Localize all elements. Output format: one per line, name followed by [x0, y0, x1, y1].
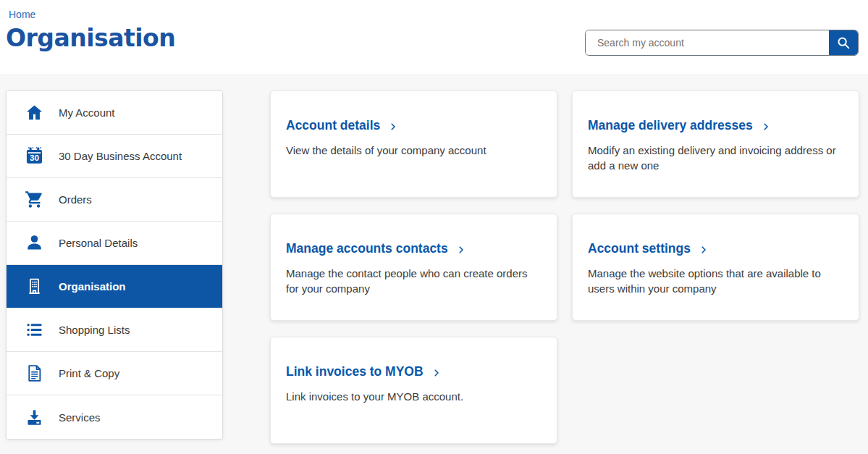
card-title: Manage delivery addresses [588, 118, 753, 133]
card-account-settings: Account settings Manage the website opti… [572, 214, 859, 321]
breadcrumb-home-link[interactable]: Home [9, 9, 35, 20]
sidebar: My Account 30 Day Business Account Order… [6, 91, 223, 440]
sidebar-item-label: Services [59, 411, 101, 424]
card-description: Manage the website options that are avai… [588, 266, 843, 297]
sidebar-item-label: Personal Details [59, 237, 138, 249]
home-icon [25, 103, 44, 122]
search-button[interactable] [829, 30, 858, 55]
card-title-link[interactable]: Manage accounts contacts [286, 241, 466, 256]
content-area: My Account 30 Day Business Account Order… [0, 75, 868, 444]
person-icon [25, 233, 44, 253]
card-title-link[interactable]: Account details [286, 118, 398, 133]
sidebar-item-30-day-business-account[interactable]: 30 Day Business Account [7, 135, 222, 178]
search-input[interactable] [586, 30, 829, 55]
card-title: Account details [286, 118, 380, 133]
chevron-right-icon [699, 245, 709, 255]
card-title-link[interactable]: Manage delivery addresses [588, 118, 771, 133]
download-tray-icon [25, 408, 44, 427]
sidebar-item-label: Shopping Lists [59, 324, 130, 336]
chevron-right-icon [456, 245, 466, 255]
sidebar-item-services[interactable]: Services [7, 395, 222, 439]
cards-grid: Account details View the details of your… [270, 91, 859, 444]
sidebar-item-my-account[interactable]: My Account [7, 91, 222, 135]
card-description: Modify an existing delivery and invoicin… [588, 143, 843, 174]
sidebar-item-label: Organisation [59, 280, 126, 293]
sidebar-item-print-copy[interactable]: Print & Copy [7, 352, 222, 395]
document-icon [25, 363, 44, 383]
card-title: Link invoices to MYOB [286, 364, 424, 379]
sidebar-item-orders[interactable]: Orders [7, 178, 222, 222]
card-title-link[interactable]: Link invoices to MYOB [286, 364, 442, 379]
sidebar-item-label: Orders [59, 193, 92, 206]
card-manage-delivery-addresses: Manage delivery addresses Modify an exis… [572, 91, 859, 198]
sidebar-item-organisation[interactable]: Organisation [7, 265, 222, 308]
sidebar-item-shopping-lists[interactable]: Shopping Lists [7, 308, 222, 352]
card-description: Link invoices to your MYOB account. [286, 389, 541, 404]
card-title-link[interactable]: Account settings [588, 241, 709, 256]
sidebar-item-personal-details[interactable]: Personal Details [7, 222, 222, 265]
sidebar-item-label: Print & Copy [59, 367, 119, 379]
card-title: Manage accounts contacts [286, 241, 448, 256]
search-bar [585, 30, 859, 56]
list-icon [25, 320, 44, 340]
search-icon [835, 35, 851, 51]
chevron-right-icon [761, 122, 771, 132]
header: Home Organisation [0, 0, 868, 75]
chevron-right-icon [388, 122, 398, 132]
card-description: Manage the contact people who can create… [286, 266, 541, 297]
cart-icon [25, 190, 44, 209]
calendar-30-icon [25, 146, 44, 166]
sidebar-item-label: 30 Day Business Account [59, 150, 182, 162]
chevron-right-icon [431, 368, 442, 378]
sidebar-item-label: My Account [59, 106, 115, 119]
card-title: Account settings [588, 241, 691, 256]
card-description: View the details of your company account [286, 143, 541, 158]
card-link-invoices-to-myob: Link invoices to MYOB Link invoices to y… [270, 337, 557, 444]
card-account-details: Account details View the details of your… [270, 91, 557, 198]
building-icon [25, 277, 44, 296]
card-manage-accounts-contacts: Manage accounts contacts Manage the cont… [270, 214, 557, 321]
